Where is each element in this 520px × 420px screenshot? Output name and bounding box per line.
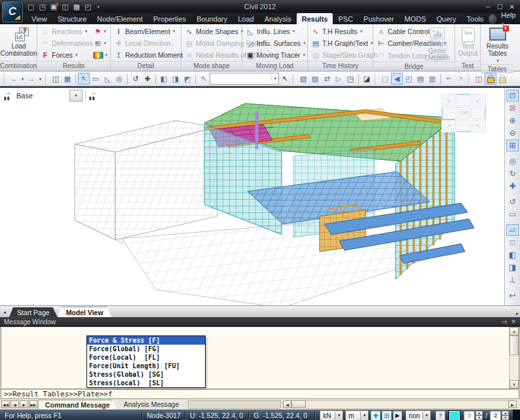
node-number-icon[interactable]: •ⁿ bbox=[443, 73, 455, 85]
command-line[interactable]: >>Result Tables>>Plate>>f bbox=[1, 389, 519, 399]
query-help-button[interactable]: ? bbox=[436, 411, 445, 420]
tab-structure[interactable]: Structure bbox=[52, 13, 92, 24]
snap-mode-combo[interactable]: non▼ bbox=[405, 410, 431, 420]
zoom-window-icon[interactable]: ⊡ bbox=[506, 90, 519, 102]
redraw-icon[interactable]: ↺ bbox=[506, 196, 519, 208]
nav-corner-nw-icon[interactable]: ↘ bbox=[441, 94, 456, 106]
tab-boundary[interactable]: Boundary bbox=[191, 13, 232, 24]
tab-node-element[interactable]: Node/Element bbox=[92, 13, 148, 24]
text-output-button[interactable]: Text Text Output bbox=[457, 26, 479, 61]
help-menu[interactable]: Help ▾ bbox=[501, 11, 517, 27]
tendon-loss-graph-button[interactable]: ◠Tendon Loss Graph bbox=[375, 50, 420, 61]
reduction-moment-button[interactable]: ↥Reduction Moment bbox=[113, 50, 179, 61]
th-graph-text-button[interactable]: ▤T.H Graph/Text▾ bbox=[310, 38, 371, 49]
open-project-icon[interactable]: ◳ bbox=[39, 3, 45, 10]
lock-toolbar-icon[interactable] bbox=[485, 73, 496, 85]
scroll-down-icon[interactable]: ▼ bbox=[510, 380, 519, 389]
element-number-icon[interactable]: ⁚ⁿ bbox=[455, 73, 466, 85]
render-view-icon[interactable]: ◰ bbox=[403, 73, 415, 85]
undo-history-icon[interactable]: ▾ bbox=[20, 73, 26, 85]
nav-corner-ne-icon[interactable]: ↙ bbox=[472, 94, 486, 106]
select-group-icon[interactable]: ◩ bbox=[181, 73, 193, 85]
local-direction-button[interactable]: ✚Local Direction.. bbox=[113, 38, 179, 49]
scroll-up-icon[interactable]: ▲ bbox=[510, 327, 519, 335]
right-view-icon[interactable]: ◨ bbox=[506, 261, 519, 273]
scroll-right-icon[interactable]: ▶ bbox=[508, 400, 517, 408]
top-view-icon[interactable]: □ bbox=[506, 237, 519, 248]
force-unit-combo[interactable]: kN▼ bbox=[320, 410, 343, 420]
color-swatch-button[interactable] bbox=[449, 411, 460, 420]
tab-psc[interactable]: PSC bbox=[333, 13, 358, 24]
influence-surfaces-button[interactable]: ◿Influ. Surfaces▾ bbox=[244, 38, 306, 49]
perspective-icon[interactable]: ◀ bbox=[391, 73, 403, 85]
nav-edge-n-button[interactable] bbox=[456, 94, 471, 106]
copy-model-view-icon[interactable]: ◫ bbox=[473, 73, 485, 85]
maximize-button[interactable]: ☐ bbox=[497, 3, 503, 10]
tab-last-icon[interactable]: ▶▶ bbox=[29, 400, 37, 408]
print-preview-icon[interactable]: ◰ bbox=[84, 3, 91, 10]
nav-corner-se-icon[interactable]: ↖ bbox=[472, 120, 486, 132]
select-plane-icon[interactable]: ◧ bbox=[158, 73, 170, 85]
play-record-icon[interactable]: ▶ bbox=[393, 411, 403, 420]
nav-edge-w-button[interactable] bbox=[441, 107, 456, 119]
nav-corner-sw-icon[interactable]: ↗ bbox=[441, 120, 456, 132]
length-unit-combo[interactable]: m▼ bbox=[345, 410, 369, 420]
close-button[interactable]: ✕ bbox=[510, 3, 515, 10]
unlock-toolbar-icon[interactable] bbox=[496, 73, 508, 85]
tab-analysis[interactable]: Analysis bbox=[259, 13, 297, 24]
page-current-spinner[interactable]: 0▲▼ bbox=[464, 411, 483, 420]
define-stage-icon[interactable] bbox=[88, 91, 99, 101]
activate-next-icon[interactable]: ▷ bbox=[333, 73, 344, 85]
local-axis-results-button[interactable]: ⊞▾ bbox=[92, 38, 109, 49]
tab-mods[interactable]: MODS bbox=[399, 13, 432, 24]
bridge-girder-diagram-button[interactable]: Bridge Girder Diagram bbox=[422, 26, 453, 62]
message-window-content[interactable]: Force & Stress [F] Force(Global) [FG] Fo… bbox=[1, 327, 519, 389]
reactions-button[interactable]: ⊥Reactions▾ bbox=[39, 26, 90, 37]
pin-icon[interactable]: ⊤ bbox=[500, 319, 508, 325]
popup-item[interactable]: Force(Unit Length) [FU] bbox=[87, 362, 205, 370]
display-option-2-icon[interactable]: ▥ bbox=[426, 73, 438, 85]
undo-icon[interactable]: ← bbox=[8, 73, 20, 85]
stage-selector-value[interactable]: Base bbox=[16, 92, 33, 100]
display-option-icon[interactable]: ▤ bbox=[415, 73, 426, 85]
works-tree-icon[interactable]: ▦ bbox=[62, 73, 73, 85]
zoom-unselect-icon[interactable]: ⊠ bbox=[506, 102, 519, 114]
stage-step-graph-button[interactable]: ▥Stage/Step Graph bbox=[310, 50, 371, 61]
zoom-out-icon[interactable]: ⊖ bbox=[506, 127, 519, 139]
scroll-thumb[interactable] bbox=[510, 335, 519, 355]
load-combination-button[interactable]: LF LC + Load Combination bbox=[2, 26, 35, 61]
camber-reaction-button[interactable]: ⊢Camber/Reaction▾ bbox=[375, 38, 420, 49]
page-total-spinner[interactable]: 2▲▼ bbox=[490, 411, 509, 420]
mode-shapes-button[interactable]: ∿Mode Shapes▾ bbox=[183, 26, 240, 37]
select-single-icon[interactable]: ↖ bbox=[78, 73, 90, 85]
message-vertical-scrollbar[interactable]: ▲ ▼ bbox=[509, 327, 519, 389]
pick-query-icon[interactable]: ↖ bbox=[279, 73, 291, 85]
zoom-fit-icon[interactable]: ⊞ bbox=[506, 140, 519, 151]
spinner-arrows-icon[interactable]: ▲▼ bbox=[475, 411, 483, 420]
previous-view-icon[interactable]: ↩ bbox=[506, 290, 519, 301]
doc-tab-model-view[interactable]: Model View bbox=[58, 307, 112, 317]
activate-identity-icon[interactable]: ⇄ bbox=[321, 73, 333, 85]
activate-icon[interactable]: ▧ bbox=[297, 73, 309, 85]
minimize-button[interactable]: ─ bbox=[486, 3, 491, 10]
tab-next-icon[interactable]: ▶ bbox=[20, 400, 28, 408]
front-view-icon[interactable]: ▭ bbox=[506, 208, 519, 220]
popup-item[interactable]: Force(Global) [FG] bbox=[87, 345, 205, 353]
popup-item[interactable]: Stress(Global) [SG] bbox=[87, 370, 205, 379]
select-intersect-icon[interactable]: ◎ bbox=[113, 73, 125, 85]
tab-tools[interactable]: Tools bbox=[462, 13, 489, 24]
message-horizontal-scrollbar[interactable]: ◀ ▶ bbox=[283, 400, 517, 409]
save-all-icon[interactable]: ◫ bbox=[62, 3, 68, 10]
dynamic-zoom-icon[interactable]: ◎ bbox=[506, 155, 519, 167]
influence-lines-button[interactable]: ◺Influ. Lines▾ bbox=[244, 26, 306, 37]
stage-dropdown-button[interactable]: ▾ bbox=[69, 90, 83, 102]
left-view-icon[interactable]: ◧ bbox=[506, 249, 519, 261]
dynamic-pan-icon[interactable]: ✚ bbox=[506, 180, 519, 192]
scroll-left-icon[interactable]: ◀ bbox=[283, 400, 291, 408]
activate-window-icon[interactable]: ▨ bbox=[309, 73, 321, 85]
influence-flag-button[interactable]: ⚑▾ bbox=[92, 26, 109, 37]
shrink-elements-icon[interactable]: ▢ bbox=[379, 73, 391, 85]
select-polygon-icon[interactable]: ◺ bbox=[102, 73, 113, 85]
tab-properties[interactable]: Properties bbox=[148, 13, 191, 24]
new-project-icon[interactable]: ▢ bbox=[28, 3, 34, 10]
